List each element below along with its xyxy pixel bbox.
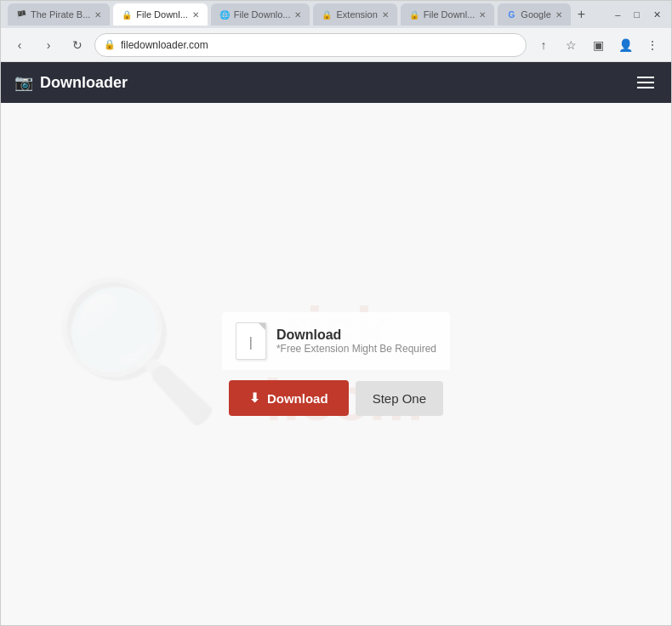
tab-favicon-extension: 🔒	[322, 9, 332, 20]
back-button[interactable]: ‹	[8, 33, 31, 57]
nav-actions: ↑ ☆ ▣ 👤 ⋮	[532, 33, 664, 57]
tab-filedownload2[interactable]: 🌐 File Downlo... ✕	[211, 3, 310, 26]
download-card: | Download *Free Extension Might Be Requ…	[222, 312, 450, 416]
title-bar: 🏴 The Pirate B... ✕ 🔒 File Downl... ✕ 🌐 …	[1, 1, 671, 28]
magnifier-watermark-icon: 🔍	[52, 282, 222, 418]
lock-icon: 🔒	[104, 39, 116, 50]
maximize-button[interactable]: □	[630, 8, 643, 21]
download-button-label: Download	[267, 391, 328, 406]
tab-close-filedownload2[interactable]: ✕	[294, 10, 301, 20]
refresh-button[interactable]: ↻	[65, 33, 89, 57]
more-button[interactable]: ⋮	[641, 33, 664, 57]
file-info: Download *Free Extension Might Be Requir…	[276, 327, 436, 355]
back-icon: ‹	[18, 38, 22, 52]
download-subtitle: *Free Extension Might Be Required	[276, 343, 436, 355]
tab-close-google[interactable]: ✕	[555, 10, 562, 20]
refresh-icon: ↻	[72, 38, 83, 52]
step-one-label: Step One	[373, 391, 426, 406]
tab-label-pirate: The Pirate B...	[31, 9, 90, 20]
tab-label-filedownload2: File Downlo...	[234, 9, 291, 20]
sidebar-icon: ▣	[593, 38, 604, 52]
step-one-button[interactable]: Step One	[356, 381, 443, 416]
share-button[interactable]: ↑	[532, 33, 555, 57]
tab-label-filedownload3: File Downl...	[424, 9, 476, 20]
tab-close-pirate[interactable]: ✕	[94, 10, 101, 20]
hamburger-line-2	[637, 82, 654, 83]
hamburger-menu-button[interactable]	[634, 73, 658, 92]
nav-bar: ‹ › ↻ 🔒 filedownloader.com ↑ ☆ ▣ 👤	[1, 28, 671, 62]
browser-window: 🏴 The Pirate B... ✕ 🔒 File Downl... ✕ 🌐 …	[0, 0, 672, 626]
sidebar-button[interactable]: ▣	[586, 33, 610, 57]
profile-button[interactable]: 👤	[613, 33, 637, 57]
tab-close-filedownload[interactable]: ✕	[192, 10, 199, 20]
app-title: Downloader	[40, 74, 128, 92]
new-tab-button[interactable]: +	[574, 7, 589, 22]
download-actions: ⬇ Download Step One	[229, 380, 443, 416]
minimize-button[interactable]: –	[612, 8, 624, 21]
tab-pirate[interactable]: 🏴 The Pirate B... ✕	[8, 3, 110, 26]
tab-close-filedownload3[interactable]: ✕	[479, 10, 486, 20]
download-icon: ⬇	[249, 390, 260, 406]
file-icon: |	[236, 322, 266, 360]
tab-filedownload3[interactable]: 🔒 File Downl... ✕	[401, 3, 495, 26]
tab-favicon-filedownload3: 🔒	[409, 9, 419, 20]
hamburger-line-1	[637, 77, 654, 78]
tab-favicon-pirate: 🏴	[16, 9, 26, 20]
app-logo-icon: 📷	[14, 73, 33, 92]
app-header: 📷 Downloader	[1, 62, 671, 103]
tab-label-filedownload: File Downl...	[136, 9, 188, 20]
tab-label-extension: Extension	[336, 9, 377, 20]
profile-icon: 👤	[618, 38, 633, 52]
tab-filedownload[interactable]: 🔒 File Downl... ✕	[113, 3, 208, 26]
bookmark-icon: ☆	[566, 38, 577, 52]
window-controls: – □ ✕	[612, 8, 664, 22]
bookmark-button[interactable]: ☆	[559, 33, 583, 57]
file-type-icon: |	[249, 335, 253, 350]
address-bar[interactable]: 🔒 filedownloader.com	[94, 33, 527, 57]
tab-google[interactable]: G Google ✕	[498, 3, 570, 26]
tab-favicon-google: G	[506, 9, 516, 20]
tab-favicon-filedownload2: 🌐	[219, 9, 230, 20]
download-button[interactable]: ⬇ Download	[229, 380, 349, 416]
forward-button[interactable]: ›	[37, 33, 60, 57]
main-content: 🔍 risk 4.com | Download *Free Extension …	[1, 103, 671, 625]
address-text: filedownloader.com	[121, 39, 517, 51]
tab-close-extension[interactable]: ✕	[382, 10, 389, 20]
hamburger-line-3	[637, 87, 654, 88]
forward-icon: ›	[47, 38, 51, 52]
file-preview: | Download *Free Extension Might Be Requ…	[222, 312, 450, 370]
download-title: Download	[276, 327, 436, 343]
more-icon: ⋮	[646, 38, 658, 52]
tab-favicon-filedownload: 🔒	[122, 9, 132, 20]
close-button[interactable]: ✕	[650, 8, 664, 22]
tab-extension[interactable]: 🔒 Extension ✕	[313, 3, 396, 26]
share-icon: ↑	[541, 38, 547, 52]
tab-label-google: Google	[521, 9, 550, 20]
